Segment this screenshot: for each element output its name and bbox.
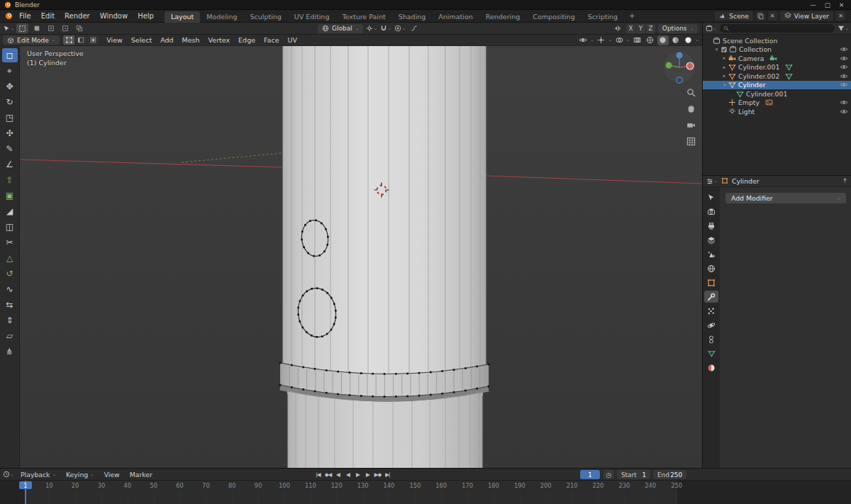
eye-icon[interactable]	[840, 99, 848, 106]
knife-tool-button[interactable]: ✂	[2, 235, 18, 250]
shade-rendered-icon[interactable]	[683, 35, 694, 45]
menu-render[interactable]: Render	[60, 11, 95, 21]
viewport-menu-select[interactable]: Select	[127, 35, 156, 45]
frame-end-field[interactable]: End 250	[653, 470, 686, 479]
inset-faces-tool-button[interactable]: ▣	[2, 189, 18, 203]
loop-cut-tool-button[interactable]: ◫	[2, 220, 18, 234]
workspace-tab-animation[interactable]: Animation	[432, 11, 479, 23]
outliner-row-camera[interactable]: ▸Camera	[703, 54, 851, 63]
timeline-editor-type-dropdown[interactable]: ⌄	[3, 469, 14, 479]
twisty-right-icon[interactable]: ▸	[721, 55, 728, 61]
timeline-menu-playback[interactable]: Playback ⌄	[16, 470, 61, 479]
next-keyframe-button[interactable]: ▶◆	[373, 470, 382, 479]
measure-tool-button[interactable]: ∠	[2, 157, 18, 172]
jump-to-start-button[interactable]: |◀	[313, 470, 323, 479]
overlays-icon[interactable]	[613, 35, 625, 45]
camera-view-icon[interactable]	[686, 120, 696, 130]
menu-help[interactable]: Help	[133, 11, 159, 21]
outliner-row-cylinder[interactable]: ▾Cylinder	[703, 81, 851, 90]
rip-region-tool-button[interactable]: ⋔	[2, 345, 18, 359]
twisty-right-icon[interactable]: ▸	[721, 65, 728, 70]
outliner-row-cylinder-001[interactable]: Cylinder.001	[703, 89, 851, 99]
shrink-fatten-tool-button[interactable]: ⇕	[2, 313, 18, 327]
select-mode-new-icon[interactable]	[30, 23, 43, 33]
minimize-icon[interactable]: —	[810, 1, 816, 9]
outliner-row-empty[interactable]: Empty	[703, 99, 851, 108]
select-mode-extend-icon[interactable]	[45, 23, 57, 33]
edge-slide-tool-button[interactable]: ⇆	[2, 298, 18, 312]
workspace-tab-uv-editing[interactable]: UV Editing	[288, 11, 336, 23]
properties-tab-physics[interactable]	[704, 319, 718, 331]
filter-icon[interactable]: ⌄	[838, 23, 849, 33]
current-frame-field[interactable]: 1	[580, 470, 600, 479]
face-select-button[interactable]	[87, 35, 99, 45]
menu-file[interactable]: File	[14, 11, 36, 21]
select-box-tool-button[interactable]: ◻	[2, 48, 18, 62]
viewport-menu-view[interactable]: View	[102, 35, 127, 45]
timeline-menu-keying[interactable]: Keying ⌄	[61, 470, 99, 479]
properties-tab-render[interactable]	[704, 206, 718, 218]
select-mode-intersect-icon[interactable]	[73, 23, 85, 33]
properties-tab-modifiers[interactable]	[704, 291, 718, 303]
scene-selector[interactable]: Scene	[715, 11, 752, 21]
jump-to-end-button[interactable]: ▶|	[383, 470, 392, 479]
navigation-gizmo-icon[interactable]	[660, 47, 699, 87]
dropdown-arrow-icon[interactable]: ⌄	[626, 38, 630, 43]
visibility-icon[interactable]	[577, 35, 589, 45]
previous-frame-button[interactable]: ◀	[333, 470, 343, 479]
dropdown-arrow-icon[interactable]: ⌄	[608, 38, 612, 43]
timeline-ruler[interactable]: 1020304050607080901001101201301401501601…	[0, 481, 851, 504]
gizmo-icon[interactable]	[596, 35, 607, 45]
eye-icon[interactable]	[840, 108, 848, 115]
twisty-down-icon[interactable]: ▾	[713, 47, 720, 52]
viewport-menu-add[interactable]: Add	[156, 35, 177, 45]
outliner-row-light[interactable]: Light	[703, 107, 851, 116]
extrude-region-tool-button[interactable]: ⇧	[2, 173, 18, 187]
properties-editor-type-dropdown[interactable]: ⌄	[706, 177, 718, 186]
play-reverse-button[interactable]: ◀	[343, 470, 352, 479]
timeline-menu-marker[interactable]: Marker	[125, 470, 157, 479]
3d-scene[interactable]	[20, 46, 702, 468]
outliner-display-mode-dropdown[interactable]: ⌄	[706, 23, 717, 33]
maximize-icon[interactable]: □	[825, 1, 830, 9]
twisty-right-icon[interactable]: ▸	[721, 73, 728, 79]
xray-icon[interactable]	[632, 35, 643, 45]
pivot-point-dropdown[interactable]: ⌄	[366, 23, 377, 33]
cursor-tool-button[interactable]: ⌖	[2, 64, 18, 78]
mirror-x-toggle[interactable]: X	[626, 24, 635, 33]
viewport-canvas[interactable]: User Perspective (1) Cylinder	[20, 46, 702, 468]
properties-tab-output[interactable]	[704, 220, 718, 232]
shade-solid-icon[interactable]	[657, 35, 669, 45]
dropdown-arrow-icon[interactable]: ⌄	[590, 38, 594, 43]
dropdown-arrow-icon[interactable]: ⌄	[696, 38, 699, 43]
shear-tool-button[interactable]: ▱	[2, 329, 18, 343]
outliner-row-cylinder-001[interactable]: ▸Cylinder.001	[703, 63, 851, 72]
eye-icon[interactable]	[840, 73, 848, 79]
poly-build-tool-button[interactable]: △	[2, 251, 18, 265]
outliner-row-cylinder-002[interactable]: ▸Cylinder.002	[703, 72, 851, 81]
mirror-y-toggle[interactable]: Y	[636, 24, 645, 33]
vertex-select-button[interactable]	[63, 35, 74, 45]
timeline-menu-view[interactable]: View	[99, 470, 125, 479]
viewport-menu-uv[interactable]: UV	[284, 35, 301, 45]
checkbox-icon[interactable]	[720, 46, 728, 53]
annotate-tool-button[interactable]: ✎	[2, 142, 18, 156]
pin-icon[interactable]	[842, 177, 848, 185]
eye-icon[interactable]	[840, 82, 848, 88]
mode-selector[interactable]: Edit Mode ⌄	[3, 35, 60, 45]
ortho-grid-icon[interactable]	[686, 136, 696, 147]
outliner-row-scene collection[interactable]: Scene Collection	[703, 36, 851, 45]
previous-keyframe-button[interactable]: ◆◀	[323, 470, 333, 479]
properties-tab-scene[interactable]	[704, 248, 718, 260]
active-tool-dropdown[interactable]: ⌄	[3, 23, 14, 33]
view-layer-selector[interactable]: View Layer	[780, 11, 833, 21]
move-tool-button[interactable]: ✥	[2, 79, 18, 94]
outliner-row-collection[interactable]: ▾Collection	[703, 45, 851, 55]
workspace-tab-layout[interactable]: Layout	[165, 11, 200, 23]
remove-view-layer-button[interactable]: ✕	[836, 11, 845, 21]
rotate-tool-button[interactable]: ↻	[2, 95, 18, 109]
workspace-tab-compositing[interactable]: Compositing	[526, 11, 582, 23]
outliner-search-input[interactable]	[720, 24, 835, 33]
transform-tool-button[interactable]: ✣	[2, 126, 18, 140]
properties-tab-view-layer[interactable]	[704, 234, 718, 246]
